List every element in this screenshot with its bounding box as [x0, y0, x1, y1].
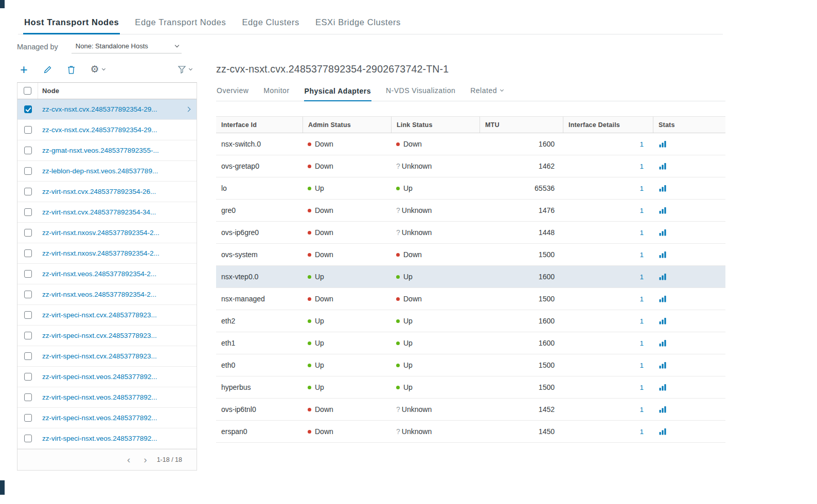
node-list-row[interactable]: zz-leblon-dep-nsxt.veos.248537789...: [17, 161, 197, 182]
node-list-row[interactable]: zz-virt-speci-nsxt.cvx.24853778923...: [17, 305, 197, 326]
node-row-checkbox[interactable]: [24, 393, 32, 401]
node-link[interactable]: zz-virt-nsxt.veos.2485377892354-2...: [38, 270, 197, 278]
node-row-checkbox[interactable]: [24, 126, 32, 134]
node-row-checkbox[interactable]: [24, 188, 32, 195]
node-link[interactable]: zz-virt-speci-nsxt.cvx.24853778923...: [38, 332, 197, 339]
node-link[interactable]: zz-virt-nsxt.nxosv.2485377892354-2...: [38, 229, 197, 237]
node-row-checkbox[interactable]: [24, 311, 32, 319]
node-list-row[interactable]: zz-virt-nsxt.cvx.2485377892354-26...: [17, 182, 197, 202]
add-button[interactable]: +: [20, 65, 28, 74]
node-row-checkbox[interactable]: [24, 105, 32, 113]
tab-edge-transport-nodes[interactable]: Edge Transport Nodes: [134, 15, 227, 34]
node-row-checkbox[interactable]: [24, 414, 32, 422]
interface-details-link[interactable]: 1: [640, 295, 644, 303]
stats-bar-chart-icon[interactable]: [659, 317, 667, 325]
stats-bar-chart-icon[interactable]: [659, 140, 667, 148]
edit-button[interactable]: [43, 65, 52, 74]
tab-related[interactable]: Related: [470, 86, 504, 101]
interface-details-link[interactable]: 1: [640, 163, 644, 170]
interface-details-link[interactable]: 1: [640, 339, 644, 347]
interface-details-link[interactable]: 1: [640, 140, 644, 148]
node-link[interactable]: zz-virt-nsxt.cvx.2485377892354-26...: [38, 188, 197, 195]
node-list-row[interactable]: zz-virt-speci-nsxt.veos.2485377892...: [17, 408, 197, 428]
node-list-row[interactable]: zz-cvx-nsxt.cvx.2485377892354-29...: [17, 99, 197, 120]
stats-bar-chart-icon[interactable]: [659, 207, 667, 214]
node-row-checkbox[interactable]: [24, 352, 32, 360]
node-row-checkbox[interactable]: [24, 435, 32, 442]
tab-nvds-visualization[interactable]: N-VDS Visualization: [385, 86, 456, 101]
interface-details-link[interactable]: 1: [640, 362, 644, 369]
node-list-row[interactable]: zz-virt-speci-nsxt.cvx.24853778923...: [17, 326, 197, 346]
col-interface-details[interactable]: Interface Details: [563, 117, 653, 133]
node-list-row[interactable]: zz-virt-speci-nsxt.cvx.24853778923...: [17, 346, 197, 367]
node-link[interactable]: zz-virt-nsxt.nxosv.2485377892354-2...: [38, 249, 197, 257]
node-link[interactable]: zz-gmat-nsxt.veos.2485377892355-...: [38, 147, 197, 154]
node-list-row[interactable]: zz-virt-nsxt.veos.2485377892354-2...: [17, 264, 197, 284]
stats-bar-chart-icon[interactable]: [659, 251, 667, 258]
interface-details-link[interactable]: 1: [640, 185, 644, 192]
node-link[interactable]: zz-virt-speci-nsxt.cvx.24853778923...: [38, 352, 197, 360]
stats-bar-chart-icon[interactable]: [659, 339, 667, 347]
interface-details-link[interactable]: 1: [640, 317, 644, 325]
node-link[interactable]: zz-cvx-nsxt.cvx.2485377892354-29...: [38, 126, 197, 134]
node-row-checkbox[interactable]: [24, 373, 32, 381]
node-list-row[interactable]: zz-virt-nsxt.nxosv.2485377892354-2...: [17, 223, 197, 243]
node-list-row[interactable]: zz-virt-speci-nsxt.veos.2485377892...: [17, 387, 197, 408]
node-list-row[interactable]: zz-virt-nsxt.nxosv.2485377892354-2...: [17, 243, 197, 264]
stats-bar-chart-icon[interactable]: [659, 295, 667, 302]
interface-details-link[interactable]: 1: [640, 428, 644, 436]
node-list-row[interactable]: zz-virt-nsxt.cvx.2485377892354-34...: [17, 202, 197, 223]
node-list-row[interactable]: zz-cvx-nsxt.cvx.2485377892354-29...: [17, 120, 197, 140]
interface-details-link[interactable]: 1: [640, 384, 644, 391]
stats-bar-chart-icon[interactable]: [659, 362, 667, 369]
tab-overview[interactable]: Overview: [216, 86, 249, 101]
node-row-checkbox[interactable]: [24, 291, 32, 298]
node-link[interactable]: zz-virt-speci-nsxt.cvx.24853778923...: [38, 311, 197, 319]
interface-details-link[interactable]: 1: [640, 273, 644, 281]
previous-page-button[interactable]: ‹: [125, 456, 133, 463]
col-stats[interactable]: Stats: [653, 117, 725, 133]
col-interface-id[interactable]: Interface Id: [216, 117, 303, 133]
col-link-status[interactable]: Link Status: [391, 117, 479, 133]
node-list-row[interactable]: zz-virt-speci-nsxt.veos.2485377892...: [17, 428, 197, 449]
node-list-row[interactable]: zz-virt-nsxt.veos.2485377892354-2...: [17, 284, 197, 305]
select-all-checkbox[interactable]: [24, 87, 31, 95]
tab-physical-adapters[interactable]: Physical Adapters: [304, 86, 371, 101]
node-row-checkbox[interactable]: [24, 229, 32, 237]
stats-bar-chart-icon[interactable]: [659, 384, 667, 391]
node-row-checkbox[interactable]: [24, 270, 32, 278]
tab-edge-clusters[interactable]: Edge Clusters: [241, 15, 300, 34]
col-mtu[interactable]: MTU: [479, 117, 563, 133]
stats-bar-chart-icon[interactable]: [659, 273, 667, 280]
node-link[interactable]: zz-virt-speci-nsxt.veos.2485377892...: [38, 393, 197, 401]
node-link[interactable]: zz-virt-speci-nsxt.veos.2485377892...: [38, 435, 197, 442]
node-link[interactable]: zz-virt-nsxt.veos.2485377892354-2...: [38, 291, 197, 298]
interface-details-link[interactable]: 1: [640, 251, 644, 259]
managed-by-select[interactable]: None: Standalone Hosts: [72, 42, 182, 53]
node-row-checkbox[interactable]: [24, 147, 32, 154]
tab-monitor[interactable]: Monitor: [263, 86, 290, 101]
col-admin-status[interactable]: Admin Status: [303, 117, 391, 133]
node-link[interactable]: zz-cvx-nsxt.cvx.2485377892354-29...: [38, 105, 184, 113]
node-row-checkbox[interactable]: [24, 167, 32, 175]
next-page-button[interactable]: ›: [141, 456, 149, 463]
node-row-checkbox[interactable]: [24, 249, 32, 257]
tab-host-transport-nodes[interactable]: Host Transport Nodes: [23, 15, 120, 34]
filter-button[interactable]: [177, 65, 192, 74]
node-link[interactable]: zz-leblon-dep-nsxt.veos.248537789...: [38, 167, 197, 175]
node-list-row[interactable]: zz-gmat-nsxt.veos.2485377892355-...: [17, 140, 197, 161]
node-column-header[interactable]: Node: [38, 87, 59, 95]
stats-bar-chart-icon[interactable]: [659, 185, 667, 192]
settings-menu-button[interactable]: ⚙: [91, 65, 105, 74]
tab-esxi-bridge-clusters[interactable]: ESXi Bridge Clusters: [314, 15, 402, 34]
stats-bar-chart-icon[interactable]: [659, 229, 667, 236]
node-link[interactable]: zz-virt-nsxt.cvx.2485377892354-34...: [38, 208, 197, 216]
node-link[interactable]: zz-virt-speci-nsxt.veos.2485377892...: [38, 414, 197, 422]
node-list-row[interactable]: zz-virt-speci-nsxt.veos.2485377892...: [17, 367, 197, 387]
stats-bar-chart-icon[interactable]: [659, 428, 667, 435]
interface-details-link[interactable]: 1: [640, 207, 644, 214]
stats-bar-chart-icon[interactable]: [659, 406, 667, 413]
node-row-checkbox[interactable]: [24, 208, 32, 216]
node-row-checkbox[interactable]: [24, 332, 32, 339]
interface-details-link[interactable]: 1: [640, 229, 644, 237]
